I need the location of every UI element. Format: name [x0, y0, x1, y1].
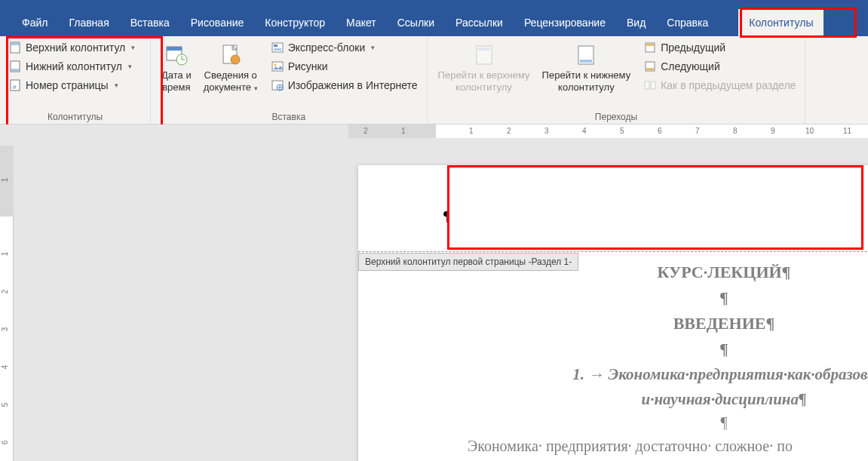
pictures-icon	[271, 60, 284, 72]
vertical-ruler[interactable]: 1 1 2 3 4 5 6	[0, 146, 14, 461]
svg-rect-16	[272, 62, 283, 71]
header-button[interactable]: Верхний колонтитул ▾	[5, 39, 140, 56]
ruler-num: 2	[363, 127, 368, 135]
horizontal-ruler[interactable]: 2 1 1 2 3 4 5 6 7 8 9 10 11	[20, 124, 868, 138]
svg-point-12	[231, 55, 240, 64]
next-icon	[644, 60, 656, 72]
goto-header-l1: Перейти к верхнему	[438, 69, 530, 81]
tab-references[interactable]: Ссылки	[387, 9, 445, 36]
chevron-down-icon: ▾	[115, 81, 118, 89]
document-page[interactable]: ¶ КУРС·ЛЕКЦИЙ¶ ¶ ВВЕДЕНИЕ¶ ¶ 1. → Эконом…	[358, 165, 868, 461]
pictures-button[interactable]: Рисунки	[267, 58, 422, 75]
tab-draw[interactable]: Рисование	[180, 9, 255, 36]
vruler-num: 4	[1, 365, 9, 370]
pictures-label: Рисунки	[288, 60, 328, 72]
document-header-icon	[9, 41, 21, 54]
svg-rect-7	[167, 47, 182, 51]
date-time-button[interactable]: Дата и время	[155, 39, 198, 97]
vruler-num: 6	[1, 441, 9, 445]
svg-rect-25	[646, 44, 654, 46]
goto-header-icon	[472, 43, 496, 67]
ruler-num: 11	[843, 127, 851, 135]
svg-rect-27	[646, 68, 654, 70]
doc-subheading-l1: 1. → Экономика·предприятия·как·образова	[441, 362, 868, 387]
vruler-num: 3	[1, 327, 9, 332]
vruler-num: 1	[1, 178, 9, 183]
header-section-tag: Верхний колонтитул первой страницы -Разд…	[358, 253, 578, 271]
previous-button[interactable]: Предыдущий	[639, 39, 800, 56]
group-headerfooter-label: Колонтитулы	[5, 110, 146, 122]
header-button-label: Верхний колонтитул	[26, 41, 125, 54]
quick-parts-label: Экспресс-блоки	[288, 41, 366, 54]
svg-rect-28	[645, 81, 649, 89]
vruler-num: 2	[1, 290, 9, 294]
date-time-label-l2: время	[162, 81, 190, 94]
doc-subheading-l2: и·научная·дисциплина¶	[441, 387, 868, 412]
ruler-num: 5	[620, 127, 624, 135]
goto-header-l2: колонтитулу	[455, 81, 512, 94]
svg-rect-23	[580, 60, 592, 63]
document-body: КУРС·ЛЕКЦИЙ¶ ¶ ВВЕДЕНИЕ¶ ¶ 1. → Экономик…	[358, 252, 868, 461]
tab-review[interactable]: Рецензирование	[514, 9, 616, 36]
group-navigation-label: Переходы	[432, 110, 801, 122]
online-pictures-icon	[271, 79, 284, 91]
tab-file[interactable]: Файл	[11, 9, 58, 36]
footer-button[interactable]: Нижний колонтитул ▾	[5, 58, 140, 75]
link-previous-icon	[644, 79, 656, 91]
link-previous-button: Как в предыдущем разделе	[639, 77, 800, 94]
document-workspace: 2 1 1 2 3 4 5 6 7 8 9 10 11 1 1 2 3 4 5 …	[0, 124, 868, 461]
next-button[interactable]: Следующий	[639, 58, 800, 75]
tab-layout[interactable]: Макет	[336, 9, 387, 36]
calendar-clock-icon	[164, 43, 189, 67]
goto-footer-button[interactable]: Перейти к нижнему колонтитулу	[536, 39, 637, 97]
svg-rect-14	[274, 45, 278, 47]
previous-label: Предыдущий	[661, 41, 725, 54]
doc-empty-line: ¶	[441, 411, 868, 435]
ruler-num: 10	[805, 127, 814, 135]
svg-rect-13	[272, 43, 283, 52]
tab-design[interactable]: Конструктор	[254, 9, 336, 36]
svg-rect-15	[274, 48, 281, 51]
svg-rect-1	[11, 43, 19, 45]
tab-insert[interactable]: Вставка	[120, 9, 180, 36]
doc-info-label-l1: Сведения о	[204, 69, 257, 81]
goto-footer-icon	[574, 43, 598, 67]
doc-empty-line: ¶	[441, 337, 868, 362]
quick-parts-icon	[271, 41, 284, 54]
ruler-num: 3	[544, 127, 549, 135]
footer-button-label: Нижний колонтитул	[26, 60, 122, 72]
tab-mailings[interactable]: Рассылки	[445, 9, 514, 36]
chevron-down-icon: ▾	[371, 44, 375, 51]
tab-help[interactable]: Справка	[656, 9, 719, 36]
page-number-icon: #	[9, 79, 21, 91]
link-previous-label: Как в предыдущем разделе	[661, 79, 796, 91]
vruler-num: 1	[1, 252, 9, 257]
goto-header-button: Перейти к верхнему колонтитулу	[432, 39, 536, 97]
online-pictures-label: Изображения в Интернете	[288, 79, 418, 91]
tab-view[interactable]: Вид	[616, 9, 656, 36]
group-headerfooter: Верхний колонтитул ▾ Нижний колонтитул ▾…	[0, 36, 151, 124]
paragraph-mark-icon: ¶	[443, 209, 449, 225]
svg-text:#: #	[13, 84, 17, 91]
header-edit-area[interactable]: ¶	[358, 165, 868, 252]
date-time-label-l1: Дата и	[161, 69, 192, 81]
ruler-num: 1	[401, 127, 406, 135]
doc-info-button[interactable]: Сведения о документе ▾	[198, 39, 264, 97]
doc-heading: ВВЕДЕНИЕ¶	[441, 311, 868, 337]
page-number-button[interactable]: # Номер страницы ▾	[5, 77, 140, 94]
document-info-icon	[219, 43, 243, 67]
tab-home[interactable]: Главная	[58, 9, 119, 36]
goto-footer-l1: Перейти к нижнему	[542, 69, 631, 81]
doc-info-label-l2: документе ▾	[204, 81, 258, 94]
doc-body-l2: имеет· узкого,· однозначного· смыслового…	[441, 458, 868, 461]
tab-headerfooter[interactable]: Колонтитулы	[738, 9, 824, 36]
svg-rect-3	[11, 69, 19, 71]
ruler-num: 2	[507, 127, 511, 135]
ruler-num: 7	[695, 127, 700, 135]
ruler-num: 1	[469, 127, 474, 135]
ruler-num: 6	[658, 127, 662, 135]
online-pictures-button[interactable]: Изображения в Интернете	[267, 77, 422, 94]
document-footer-icon	[9, 60, 21, 72]
doc-body-l1: Экономика· предприятия· достаточно· слож…	[441, 435, 868, 458]
quick-parts-button[interactable]: Экспресс-блоки ▾	[267, 39, 422, 56]
